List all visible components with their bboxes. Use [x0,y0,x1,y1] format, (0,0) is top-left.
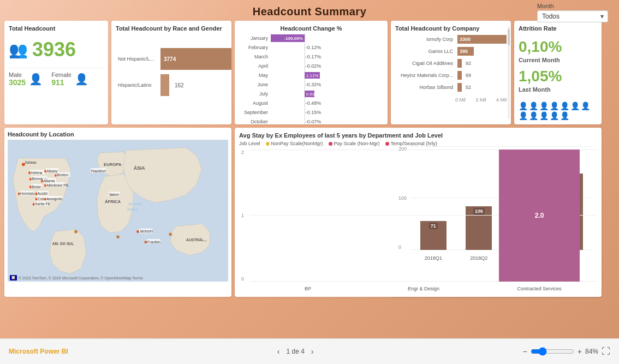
hc-month-jan: January [239,35,271,41]
company-bar-gariox: 395 [457,47,474,56]
avg-col-contracted: 2.0 [481,150,597,282]
zoom-slider[interactable] [531,347,574,356]
expand-button[interactable]: ⛶ [602,347,610,356]
svg-point-58 [74,230,78,234]
hc-value-aug: -0.48% [306,100,322,106]
footer-bar: Microsoft Power BI ‹ 1 de 4 › − + 84% ⛶ [0,338,619,364]
svg-text:Índico: Índico [127,207,138,211]
hc-value-mar: -0.17% [306,54,322,59]
headcount-change-title: Headcount Change % [239,25,383,32]
company-row-horbax: Horbax Silbond 52 [395,83,507,92]
company-bar-cigati [457,59,462,68]
map-title: Headcount by Location [8,131,228,138]
legend-dot-temp [385,142,389,146]
company-card: Total Headcount by Company Iomofy Corp 3… [391,21,511,124]
race-row-hispanic: Hispanic/Latino 162 [118,74,231,96]
company-scrollbar[interactable] [508,26,510,119]
powerbi-link[interactable]: Microsoft Power BI [9,348,68,355]
svg-text:EUROPA: EUROPA [104,162,122,167]
hc-row-jan: January -100,00% [239,34,383,43]
legend-dot-payscale [329,142,332,146]
attrition-person-7: 👤 [581,102,590,110]
female-label: Female [51,71,72,78]
hc-month-aug: August [239,100,271,106]
hc-bar-jan: -100,00% [271,34,383,43]
race-gender-card: Total Headcount by Race and Gender Not H… [111,21,231,124]
company-bar-heyinz [457,71,462,80]
male-item: Male 3025 👤 [9,71,43,87]
hc-row-sep: September -0.15% [239,108,383,117]
company-value-heyinz: 69 [466,73,471,78]
hc-value-feb: -0.12% [306,45,322,50]
hc-month-apr: April [239,63,271,69]
svg-text:Atlanta: Atlanta [43,179,55,183]
hc-value-jun: -0.32% [306,82,322,87]
hc-bar-oct: -0.07% [271,117,383,124]
map-attribution: 🔲 © 2023 TomTom, © 2023 Microsoft Corpor… [10,275,143,281]
people-icon: 👥 [9,41,28,59]
hc-row-mar: March -0.17% [239,52,383,61]
next-page-button[interactable]: › [309,346,316,357]
attrition-person-8: 👤 [519,111,528,120]
attrition-person-10: 👤 [539,111,549,120]
month-label: Month [537,3,608,9]
hc-row-jun: June -0.32% [239,80,383,89]
headcount-value: 3936 [32,38,76,61]
hc-bar-jun: -0.32% [271,80,383,89]
hc-bar-apr: -0.02% [271,62,383,70]
male-label: Male [9,71,26,78]
attrition-person-2: 👤 [529,102,538,110]
company-row-iomofy: Iomofy Corp 3300 [395,35,507,44]
svg-text:Boston: Boston [57,173,68,177]
svg-text:Allentown PA: Allentown PA [46,183,68,187]
race-gender-title: Total Headcount by Race and Gender [116,25,227,32]
attrition-last-rate: 1,05% [519,68,597,85]
main-container: Headcount Summary Month Todos Janeiro Fe… [0,0,619,338]
hc-bar-sep: -0.15% [271,108,383,117]
company-row-heyinz: Heyinz Materials Corp... 69 [395,71,507,80]
svg-text:Salem: Salem [109,193,120,196]
hc-bar-may-fill: 1.11% [305,72,320,79]
avg-stay-chart: 0 1 2 [239,150,597,293]
hc-row-oct: October -0.07% [239,117,383,124]
female-value: 911 [51,78,72,87]
page-title: Headcount Summary [253,5,367,18]
male-section: Male 3025 [9,71,26,87]
zoom-in-button[interactable]: + [578,347,582,356]
attrition-last-label: Last Month [519,86,597,93]
company-name-iomofy: Iomofy Corp [395,37,455,42]
race-value-hispanic: 162 [175,82,184,88]
company-name-horbax: Horbax Silbond [395,85,455,90]
company-title: Total Headcount by Company [395,25,507,32]
svg-text:Santa Fe: Santa Fe [35,202,50,206]
avg-dept-bars: 2.0 [250,150,597,282]
hc-bar-mar: -0.17% [271,52,383,61]
page-nav: ‹ 1 de 4 › [275,346,316,357]
month-select-wrapper: Todos Janeiro Fevereiro [537,10,608,22]
race-value-not-hispanic: 3774 [164,56,176,62]
svg-text:Jackson: Jackson [139,229,153,233]
avg-value-contracted: 2.0 [535,212,544,219]
male-icon: 👤 [29,73,43,86]
attrition-current-rate: 0,10% [519,38,597,56]
avg-stay-title: Avg Stay by Ex Employees of last 5 years… [239,132,597,139]
avg-col-bp [250,150,366,282]
svg-point-60 [169,232,172,236]
legend-item-nonpay: NonPay Scale(NonMgr) [266,141,323,146]
headcount-details: Male 3025 👤 Female 911 👤 [9,68,104,87]
svg-text:Annapolis: Annapolis [46,197,63,201]
zoom-out-button[interactable]: − [523,347,527,356]
female-section: Female 911 [51,71,72,87]
svg-text:AUSTRÁL...: AUSTRÁL... [186,237,207,242]
attrition-person-4: 👤 [550,102,559,110]
page-indicator: 1 de 4 [286,348,304,355]
svg-point-59 [116,235,120,238]
svg-text:ÁFRICA: ÁFRICA [105,199,121,204]
hc-month-sep: September [239,110,271,115]
female-icon: 👤 [75,73,88,86]
hc-row-aug: August -0.48% [239,99,383,108]
svg-text:Helena: Helena [31,171,43,175]
prev-page-button[interactable]: ‹ [275,346,282,357]
month-select[interactable]: Todos Janeiro Fevereiro [537,10,608,22]
svg-text:Frankfort: Frankfort [91,169,106,173]
